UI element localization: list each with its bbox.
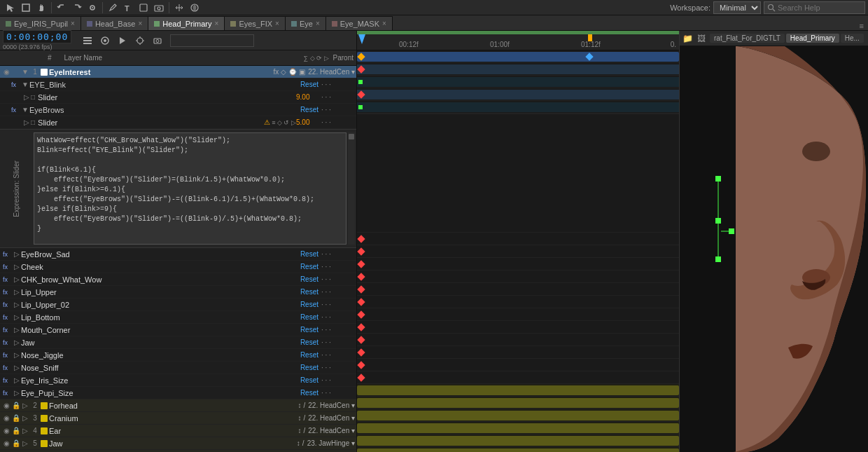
layer-row-eyebrow-sad[interactable]: fx ▷ EyeBrow_Sad Reset · · ·	[0, 248, 356, 261]
layer-row-eye-pupi-size[interactable]: fx ▷ Eye_Pupi_Size Reset · · ·	[0, 387, 356, 399]
layer-name[interactable]: Nose_Sniff	[21, 364, 160, 372]
expr-textarea[interactable]	[34, 133, 346, 244]
layer-name[interactable]: Lip_Upper	[21, 288, 160, 296]
layer-name[interactable]: Jaw	[21, 338, 160, 347]
layer-name[interactable]: Lip_Upper_02	[21, 301, 160, 309]
lock-toggle[interactable]: 🔒	[11, 439, 21, 447]
tool-shape[interactable]	[136, 0, 151, 15]
preview-tab-rat[interactable]: rat_Flat_For_DIGTLT	[710, 34, 785, 43]
parent-link[interactable]: 22. HeadCen ▾	[308, 68, 355, 76]
tab-close[interactable]: ×	[215, 20, 219, 27]
reset-btn[interactable]: Reset	[300, 376, 318, 384]
layer-row-lip-upper-02[interactable]: fx ▷ Lip_Upper_02 Reset · · ·	[0, 299, 356, 311]
expr-scrollbar[interactable]	[348, 132, 355, 245]
layer-name[interactable]: EyeInterest	[49, 68, 161, 76]
layer-name[interactable]: Slider	[38, 118, 151, 127]
reset-btn[interactable]: Reset	[300, 288, 318, 296]
scrollbar-thumb[interactable]	[349, 134, 354, 139]
layer-row-lip-bottom[interactable]: fx ▷ Lip_Bottom Reset · · ·	[0, 311, 356, 324]
layer-name[interactable]: Lip_Bottom	[21, 313, 160, 322]
layer-name[interactable]: Cranium	[49, 414, 174, 423]
eye-toggle[interactable]: ◉	[1, 414, 11, 422]
tab-close[interactable]: ×	[138, 20, 142, 27]
layer-name[interactable]: EyeBrows	[29, 106, 164, 114]
workspace-select[interactable]: Minimal	[713, 1, 761, 14]
layer-name[interactable]: EyeBrow_Sad	[21, 250, 160, 259]
tool-hand[interactable]	[34, 0, 49, 15]
layer-row-chk-brow[interactable]: fx ▷ CHK_brow_What_Wow Reset · · ·	[0, 273, 356, 286]
layer-name[interactable]: Jaw	[49, 439, 173, 448]
folder-icon[interactable]: 📁	[682, 34, 693, 43]
parent-link[interactable]: 22. HeadCen ▾	[308, 402, 355, 409]
expand-btn[interactable]: ▷	[13, 288, 21, 296]
layer-name[interactable]: EYE_Blink	[29, 81, 164, 89]
layer-name[interactable]: CHK_brow_What_Wow	[21, 275, 160, 284]
tool-mask[interactable]	[187, 0, 202, 15]
parent-link[interactable]: 22. HeadCen ▾	[308, 427, 355, 434]
tab-eyes-fix[interactable]: Eyes_FIX ×	[225, 16, 286, 30]
expand-btn[interactable]: ▷	[13, 313, 21, 321]
layer-row-slider-2[interactable]: ▷ □ Slider ⚠ ≡ ◇ ↺ ▷ 5.00 · · ·	[0, 116, 356, 129]
expand-btn[interactable]: ▷	[22, 118, 31, 126]
layer-name[interactable]: Cheek	[21, 263, 160, 271]
layer-row-nose-jiggle[interactable]: fx ▷ Nose_Jiggle Reset · · ·	[0, 349, 356, 362]
layer-row-eye-iris-size[interactable]: fx ▷ Eye_Iris_Size Reset · · ·	[0, 374, 356, 387]
tab-close[interactable]: ×	[382, 20, 386, 27]
reset-btn[interactable]: Reset	[300, 338, 318, 346]
reset-btn[interactable]: Reset	[300, 389, 318, 397]
reset-btn[interactable]: Reset	[300, 364, 318, 371]
tool-redo[interactable]	[69, 0, 85, 15]
search-box-top[interactable]	[764, 1, 865, 14]
layer-name[interactable]: Eye_Pupi_Size	[21, 389, 160, 397]
slider-value[interactable]: 5.00	[296, 118, 321, 126]
layer-name[interactable]: Forhead	[49, 402, 174, 410]
expand-btn[interactable]: ▷	[21, 414, 29, 422]
reset-btn[interactable]: Reset	[300, 81, 318, 88]
reset-btn[interactable]: Reset	[300, 301, 318, 308]
expand-btn[interactable]: ▷	[13, 275, 21, 283]
expand-btn[interactable]: ▷	[13, 326, 21, 334]
reset-btn[interactable]: Reset	[300, 326, 318, 334]
reset-btn[interactable]: Reset	[300, 275, 318, 283]
time-display[interactable]: 0:00:00;00	[3, 30, 71, 43]
tool-select[interactable]	[18, 0, 34, 15]
tool-pen[interactable]	[105, 0, 120, 15]
layer-row-slider-1[interactable]: ▷ □ Slider 9.00 · · ·	[0, 91, 356, 104]
reset-btn[interactable]: Reset	[300, 106, 318, 114]
tool-text[interactable]: T	[120, 0, 136, 15]
expand-btn[interactable]: ▷	[13, 250, 21, 258]
expand-btn[interactable]: ▷	[13, 301, 21, 308]
layer-search-input[interactable]	[170, 34, 254, 47]
layer-row-nose-sniff[interactable]: fx ▷ Nose_Sniff Reset · · ·	[0, 362, 356, 374]
layer-row-eyeblink[interactable]: fx ▼ EYE_Blink Reset · · ·	[0, 78, 356, 91]
layer-name[interactable]: Eye_Iris_Size	[21, 376, 160, 385]
layer-row-jaw[interactable]: fx ▷ Jaw Reset · · ·	[0, 336, 356, 349]
eye-toggle[interactable]: ◉	[1, 427, 11, 434]
tab-close[interactable]: ×	[71, 20, 75, 27]
expand-btn[interactable]: ▼	[21, 68, 29, 76]
expand-btn[interactable]: ▷	[13, 376, 21, 384]
expr-btn[interactable]: fx	[274, 68, 279, 76]
eye-toggle[interactable]: ◉	[1, 402, 11, 409]
reset-btn[interactable]: Reset	[300, 351, 318, 359]
layer-row-ear[interactable]: ◉ 🔒 ▷ 4 Ear ↕ / 22. HeadCen ▾	[0, 425, 356, 437]
expand-btn[interactable]: ▷	[13, 389, 21, 397]
tab-close[interactable]: ×	[316, 20, 320, 27]
expand-btn[interactable]: ▷	[21, 402, 29, 409]
layer-row-eyebrows[interactable]: fx ▼ EyeBrows Reset · · ·	[0, 104, 356, 116]
tool-arrow[interactable]	[3, 0, 18, 15]
layer-row-forhead[interactable]: ◉ 🔒 ▷ 2 Forhead ↕ / 22. HeadCen ▾	[0, 399, 356, 412]
btn-toggle-layers[interactable]	[80, 33, 95, 48]
expand-btn[interactable]: ▼	[21, 81, 29, 88]
playhead[interactable]	[358, 34, 365, 44]
tab-head-base[interactable]: Head_Base ×	[81, 16, 148, 30]
expand-btn[interactable]: ▷	[22, 93, 31, 101]
tab-eye-mask[interactable]: Eye_MASK ×	[326, 16, 393, 30]
lock-toggle[interactable]: 🔒	[11, 402, 21, 409]
layer-row-lip-upper[interactable]: fx ▷ Lip_Upper Reset · · ·	[0, 286, 356, 299]
reset-btn[interactable]: Reset	[300, 313, 318, 321]
tab-close[interactable]: ×	[275, 20, 279, 27]
expand-btn[interactable]: ▼	[21, 106, 29, 114]
lock-toggle[interactable]: 🔒	[11, 427, 21, 434]
layer-name[interactable]: Slider	[38, 93, 167, 102]
